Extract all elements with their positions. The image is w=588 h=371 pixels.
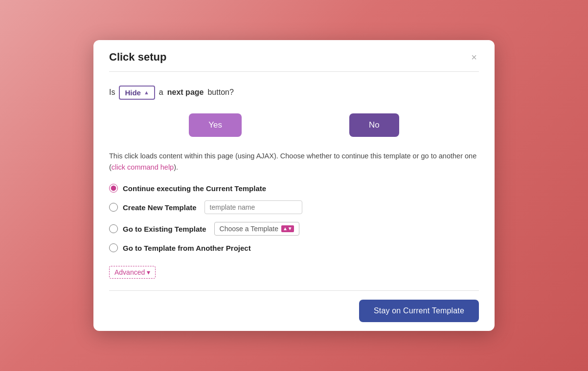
radio-existing[interactable] bbox=[109, 224, 118, 233]
spinner-arrows-icon: ▲▼ bbox=[281, 225, 294, 232]
hide-dropdown[interactable]: Hide ▲ bbox=[119, 86, 155, 100]
question-prefix: Is bbox=[109, 88, 115, 97]
question-suffix2: button? bbox=[207, 88, 233, 97]
modal-title: Click setup bbox=[109, 51, 166, 64]
dropdown-value: Hide bbox=[125, 88, 141, 97]
question-bold-text: next page bbox=[167, 88, 204, 97]
radio-item-continue: Continue executing the Current Template bbox=[109, 184, 479, 193]
radio-group: Continue executing the Current Template … bbox=[109, 184, 479, 252]
advanced-label: Advanced bbox=[114, 268, 145, 276]
close-button[interactable]: × bbox=[469, 52, 479, 62]
yes-no-buttons: Yes No bbox=[109, 113, 479, 137]
modal-body: Is Hide ▲ a next page button? Yes No Thi… bbox=[93, 72, 495, 290]
choose-template-dropdown[interactable]: Choose a Template ▲▼ bbox=[214, 222, 299, 236]
radio-create[interactable] bbox=[109, 203, 118, 212]
radio-create-label[interactable]: Create New Template bbox=[123, 203, 197, 212]
click-command-help-link[interactable]: click command help bbox=[112, 163, 174, 171]
yes-button[interactable]: Yes bbox=[189, 113, 242, 137]
radio-item-existing: Go to Existing Template Choose a Templat… bbox=[109, 222, 479, 236]
radio-continue[interactable] bbox=[109, 184, 118, 193]
stay-on-current-template-button[interactable]: Stay on Current Template bbox=[359, 300, 479, 322]
radio-another-label[interactable]: Go to Template from Another Project bbox=[123, 244, 251, 252]
template-name-input[interactable] bbox=[204, 200, 302, 214]
radio-existing-label[interactable]: Go to Existing Template bbox=[123, 225, 206, 233]
modal-footer: Stay on Current Template bbox=[93, 291, 495, 331]
modal-header: Click setup × bbox=[93, 40, 495, 71]
question-suffix: a bbox=[159, 88, 163, 97]
no-button[interactable]: No bbox=[349, 113, 399, 137]
advanced-button[interactable]: Advanced ▾ bbox=[109, 266, 156, 279]
radio-item-create: Create New Template bbox=[109, 200, 479, 214]
info-text-end: ). bbox=[174, 163, 178, 171]
question-row: Is Hide ▲ a next page button? bbox=[109, 86, 479, 100]
choose-template-value: Choose a Template bbox=[220, 225, 278, 233]
chevron-up-icon: ▲ bbox=[144, 89, 149, 95]
radio-another[interactable] bbox=[109, 243, 118, 252]
modal-dialog: Click setup × Is Hide ▲ a next page butt… bbox=[93, 40, 495, 331]
radio-continue-label[interactable]: Continue executing the Current Template bbox=[123, 184, 266, 193]
chevron-down-icon: ▾ bbox=[147, 268, 150, 276]
radio-item-another: Go to Template from Another Project bbox=[109, 243, 479, 252]
info-text-block: This click loads content within this pag… bbox=[109, 151, 479, 173]
